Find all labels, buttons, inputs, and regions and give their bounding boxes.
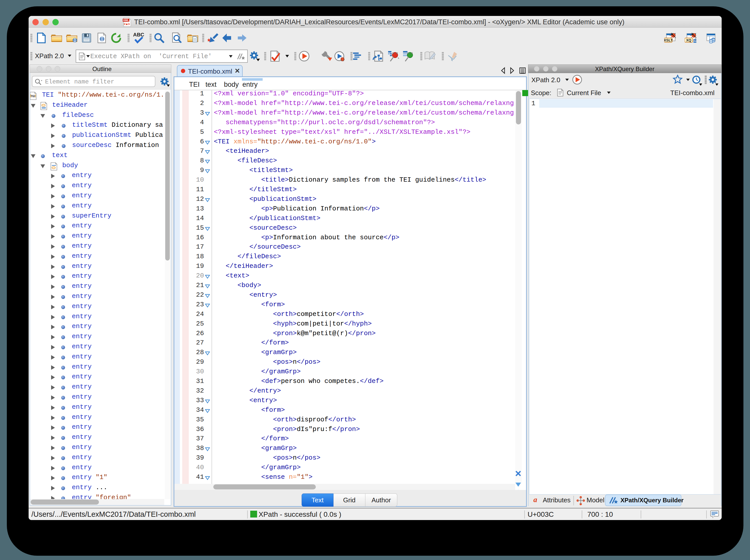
svg-text:<●>: <●> bbox=[124, 22, 130, 26]
svg-text:XSLT: XSLT bbox=[664, 38, 673, 42]
svg-text:XQ: XQ bbox=[686, 38, 691, 42]
svg-text:ABC: ABC bbox=[133, 32, 144, 37]
svg-text:*: * bbox=[208, 37, 211, 44]
svg-text:TEI: TEI bbox=[31, 95, 35, 98]
svg-text:XML: XML bbox=[123, 19, 129, 22]
